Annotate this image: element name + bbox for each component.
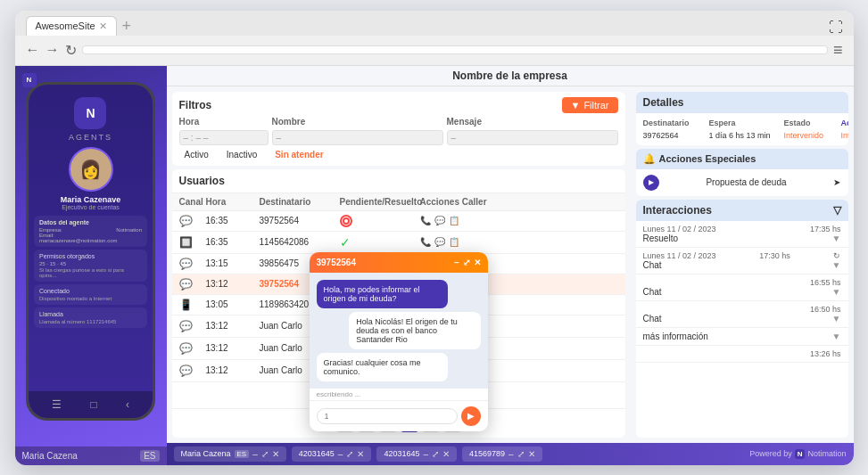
table-row[interactable]: 💬 16:35 39752564 📞 💬 📋: [172, 211, 625, 232]
taskbar-item-1[interactable]: 42031645 – ⤢ ✕: [292, 446, 372, 462]
filter-status-row: Activo Inactivo Sin atender: [179, 149, 618, 160]
whatsapp-icon[interactable]: 💬: [434, 237, 445, 247]
nav-forward-button[interactable]: →: [45, 42, 60, 58]
browser-menu-icon[interactable]: ≡: [833, 41, 843, 60]
brand-name: Notimation: [807, 449, 846, 458]
th-extra: [500, 197, 572, 207]
chat-close-icon[interactable]: ✕: [474, 258, 481, 267]
details-table: Destinatario Espera Estado Activo 397625…: [636, 113, 848, 145]
cell-hora: 13:12: [206, 279, 260, 289]
chat-send-button[interactable]: ▶: [461, 406, 481, 426]
interaccion-item[interactable]: Lunes 11 / 02 / 2023 17:30 hs ↻ Chat ▼: [636, 248, 848, 274]
phone-screen: N AGENTS 👩 Maria Cazenave Ejecutivo de c…: [29, 85, 153, 418]
details-data-row: 39762564 1 día 6 hs 13 min Intervenido I…: [643, 129, 841, 142]
taskbar-close-icon[interactable]: ✕: [272, 449, 279, 459]
chevron-down-icon: ▼: [832, 314, 841, 323]
taskbar-minimize-icon[interactable]: –: [423, 449, 428, 459]
taskbar-expand-icon[interactable]: ⤢: [261, 449, 269, 459]
filter-col-nombre-header: Nombre: [272, 117, 443, 127]
cell-hora: 13:12: [206, 365, 260, 375]
taskbar-expand-icon[interactable]: ⤢: [432, 449, 439, 459]
whatsapp-icon[interactable]: 💬: [434, 216, 445, 225]
phone-app-logo: N: [74, 97, 106, 129]
address-bar[interactable]: [82, 45, 828, 54]
cell-status: [340, 215, 420, 227]
cell-destinatario: 1145642086: [260, 237, 340, 247]
status-inactivo[interactable]: Inactivo: [221, 149, 262, 160]
acciones-send-icon[interactable]: ➤: [833, 177, 840, 187]
filter-col-hora-header: Hora: [179, 117, 269, 127]
new-tab-icon[interactable]: +: [122, 17, 132, 36]
filter-mensaje-input[interactable]: –: [447, 130, 618, 145]
nav-refresh-button[interactable]: ↻: [65, 42, 77, 59]
chat-minimize-icon[interactable]: –: [454, 258, 459, 267]
filter-icon: ▼: [571, 100, 581, 111]
status-activo[interactable]: Activo: [179, 149, 214, 160]
filter-button[interactable]: ▼ Filtrar: [562, 97, 618, 113]
taskbar-close-icon[interactable]: ✕: [528, 449, 535, 459]
more-icon[interactable]: 📋: [449, 216, 459, 225]
filter-icon[interactable]: ▽: [833, 204, 841, 217]
interaccion-item[interactable]: 16:55 hs Chat ▼: [636, 274, 848, 301]
call-icon[interactable]: 📞: [420, 237, 431, 247]
browser-tab-bar: AwesomeSite ✕ + ⛶: [15, 11, 854, 36]
details-val-dest: 39762564: [643, 131, 706, 140]
interaccion-label: más información ▼: [643, 332, 841, 341]
interaccion-time-val: 16:55 hs: [810, 278, 841, 287]
cell-actions: 📞 💬 📋: [420, 237, 500, 247]
llamada-block: Llamada Llamada al número 1117214645: [34, 307, 147, 328]
acciones-play-btn[interactable]: ▶: [643, 175, 659, 191]
interaccion-item[interactable]: 16:50 hs Chat ▼: [636, 301, 848, 328]
details-val-estado: Intervenido: [784, 131, 838, 140]
interaccion-item[interactable]: más información ▼: [636, 328, 848, 346]
cell-hora: 13:12: [206, 343, 260, 353]
interaccion-type: Chat: [643, 260, 662, 270]
chat-popup-controls: – ⤢ ✕: [454, 258, 481, 267]
taskbar-close-icon[interactable]: ✕: [442, 449, 450, 459]
channel-icon: 💬: [179, 320, 206, 332]
powered-by-label: Powered by: [749, 449, 792, 458]
acciones-card: 🔔 Acciones Especiales ▶ Propuesta de deu…: [636, 149, 848, 196]
tab-close-icon[interactable]: ✕: [99, 20, 107, 32]
chat-bubble-neutral-1: Gracias! cualquier cosa me comunico.: [317, 353, 448, 381]
interaccion-item[interactable]: 13:26 hs: [636, 346, 848, 363]
th-canal: Canal: [179, 197, 206, 207]
cell-status: ✓: [340, 235, 420, 250]
agent-name-bottom-bar: Maria Cazena ES: [15, 446, 167, 465]
refresh-icon: ↻: [833, 251, 840, 260]
more-icon[interactable]: 📋: [449, 237, 459, 247]
call-icon[interactable]: 📞: [420, 216, 431, 225]
phone-mockup: N AGENTS 👩 Maria Cazenave Ejecutivo de c…: [26, 82, 155, 421]
taskbar-item-agent[interactable]: Maria Cazena ES – ⤢ ✕: [174, 446, 286, 462]
nav-back-button[interactable]: ←: [26, 42, 40, 58]
taskbar-item-2[interactable]: 42031645 – ⤢ ✕: [376, 446, 457, 462]
n-logo-icon: N: [22, 73, 37, 87]
email-value-row: mariacazenave@notimation.com: [39, 238, 142, 243]
taskbar-minimize-icon[interactable]: –: [508, 449, 514, 459]
interaccion-date-row: 13:26 hs: [643, 349, 841, 358]
filter-btn-label: Filtrar: [583, 100, 608, 111]
filters-section: Filtros ▼ Filtrar Hora Nombre Mensaje – …: [172, 92, 625, 166]
cell-hora: 13:12: [206, 321, 260, 331]
taskbar-expand-icon[interactable]: ⤢: [517, 449, 525, 459]
browser-tab-awesomesite[interactable]: AwesomeSite ✕: [26, 16, 117, 36]
taskbar-item2-label: 42031645: [384, 449, 419, 458]
chat-expand-icon[interactable]: ⤢: [463, 258, 470, 267]
interaccion-item[interactable]: Lunes 11 / 02 / 2023 17:35 hs Resuelto ▼: [636, 221, 848, 248]
chat-input[interactable]: [317, 408, 458, 424]
fullscreen-icon[interactable]: ⛶: [829, 20, 843, 36]
status-sin-atender[interactable]: Sin atender: [269, 149, 328, 160]
details-val-activo: Intervenido: [841, 131, 848, 140]
taskbar-close-icon[interactable]: ✕: [357, 449, 364, 459]
channel-icon: 💬: [179, 215, 206, 227]
interaccion-date-val: Lunes 11 / 02 / 2023: [643, 251, 716, 260]
llamada-title: Llamada: [39, 311, 142, 317]
taskbar-item-3[interactable]: 41569789 – ⤢ ✕: [462, 446, 542, 462]
taskbar-minimize-icon[interactable]: –: [338, 449, 343, 459]
taskbar-minimize-icon[interactable]: –: [252, 449, 258, 459]
taskbar-expand-icon[interactable]: ⤢: [346, 449, 353, 459]
agent-name: Maria Cazenave: [61, 195, 121, 204]
table-row[interactable]: 🔲 16:35 1145642086 ✓ 📞 💬 📋: [172, 232, 625, 254]
filter-nombre-input[interactable]: –: [272, 130, 443, 145]
filter-hora-input[interactable]: – : – –: [179, 130, 269, 145]
